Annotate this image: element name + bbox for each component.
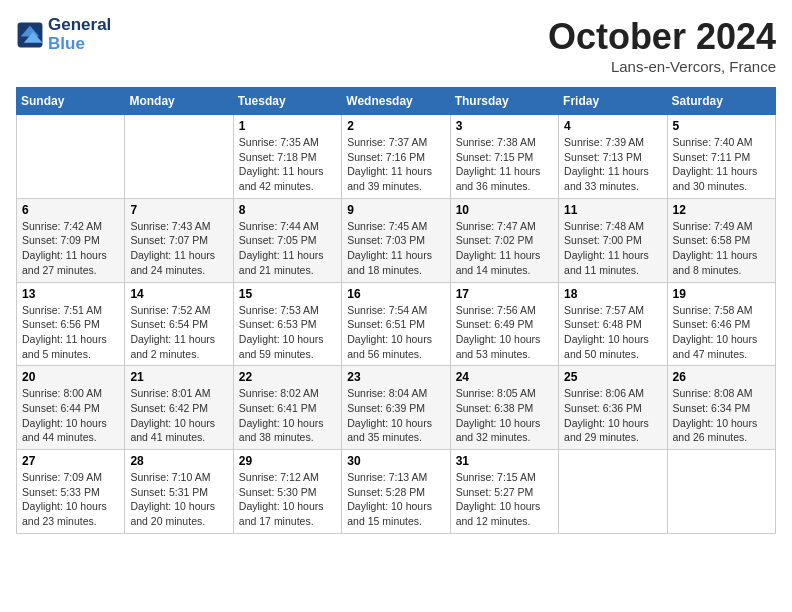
day-number: 27: [22, 454, 119, 468]
day-info: Sunrise: 7:52 AMSunset: 6:54 PMDaylight:…: [130, 303, 227, 362]
day-number: 30: [347, 454, 444, 468]
calendar-cell: 10Sunrise: 7:47 AMSunset: 7:02 PMDayligh…: [450, 198, 558, 282]
calendar-cell: [667, 450, 775, 534]
calendar-week-row: 20Sunrise: 8:00 AMSunset: 6:44 PMDayligh…: [17, 366, 776, 450]
day-info: Sunrise: 7:12 AMSunset: 5:30 PMDaylight:…: [239, 470, 336, 529]
calendar-cell: 7Sunrise: 7:43 AMSunset: 7:07 PMDaylight…: [125, 198, 233, 282]
day-number: 2: [347, 119, 444, 133]
logo-icon: [16, 21, 44, 49]
calendar-cell: 22Sunrise: 8:02 AMSunset: 6:41 PMDayligh…: [233, 366, 341, 450]
day-number: 11: [564, 203, 661, 217]
day-info: Sunrise: 8:06 AMSunset: 6:36 PMDaylight:…: [564, 386, 661, 445]
day-number: 28: [130, 454, 227, 468]
calendar-cell: 6Sunrise: 7:42 AMSunset: 7:09 PMDaylight…: [17, 198, 125, 282]
calendar-cell: 19Sunrise: 7:58 AMSunset: 6:46 PMDayligh…: [667, 282, 775, 366]
day-info: Sunrise: 7:48 AMSunset: 7:00 PMDaylight:…: [564, 219, 661, 278]
calendar-week-row: 27Sunrise: 7:09 AMSunset: 5:33 PMDayligh…: [17, 450, 776, 534]
day-info: Sunrise: 8:00 AMSunset: 6:44 PMDaylight:…: [22, 386, 119, 445]
calendar-cell: 17Sunrise: 7:56 AMSunset: 6:49 PMDayligh…: [450, 282, 558, 366]
day-number: 8: [239, 203, 336, 217]
calendar-cell: 16Sunrise: 7:54 AMSunset: 6:51 PMDayligh…: [342, 282, 450, 366]
calendar-cell: 15Sunrise: 7:53 AMSunset: 6:53 PMDayligh…: [233, 282, 341, 366]
calendar-cell: 12Sunrise: 7:49 AMSunset: 6:58 PMDayligh…: [667, 198, 775, 282]
day-number: 19: [673, 287, 770, 301]
calendar-cell: 13Sunrise: 7:51 AMSunset: 6:56 PMDayligh…: [17, 282, 125, 366]
day-number: 6: [22, 203, 119, 217]
calendar-cell: 26Sunrise: 8:08 AMSunset: 6:34 PMDayligh…: [667, 366, 775, 450]
calendar-cell: [125, 115, 233, 199]
day-number: 18: [564, 287, 661, 301]
day-number: 26: [673, 370, 770, 384]
day-number: 31: [456, 454, 553, 468]
day-header-tuesday: Tuesday: [233, 88, 341, 115]
day-info: Sunrise: 7:58 AMSunset: 6:46 PMDaylight:…: [673, 303, 770, 362]
logo-line1: General: [48, 16, 111, 35]
day-number: 1: [239, 119, 336, 133]
day-number: 10: [456, 203, 553, 217]
calendar-cell: 28Sunrise: 7:10 AMSunset: 5:31 PMDayligh…: [125, 450, 233, 534]
calendar-cell: 30Sunrise: 7:13 AMSunset: 5:28 PMDayligh…: [342, 450, 450, 534]
day-info: Sunrise: 7:15 AMSunset: 5:27 PMDaylight:…: [456, 470, 553, 529]
calendar-cell: 24Sunrise: 8:05 AMSunset: 6:38 PMDayligh…: [450, 366, 558, 450]
day-header-sunday: Sunday: [17, 88, 125, 115]
day-info: Sunrise: 8:01 AMSunset: 6:42 PMDaylight:…: [130, 386, 227, 445]
day-info: Sunrise: 7:42 AMSunset: 7:09 PMDaylight:…: [22, 219, 119, 278]
logo: General Blue: [16, 16, 111, 53]
title-block: October 2024 Lans-en-Vercors, France: [548, 16, 776, 75]
day-number: 29: [239, 454, 336, 468]
calendar-cell: 3Sunrise: 7:38 AMSunset: 7:15 PMDaylight…: [450, 115, 558, 199]
day-info: Sunrise: 7:53 AMSunset: 6:53 PMDaylight:…: [239, 303, 336, 362]
calendar-cell: 1Sunrise: 7:35 AMSunset: 7:18 PMDaylight…: [233, 115, 341, 199]
day-info: Sunrise: 7:38 AMSunset: 7:15 PMDaylight:…: [456, 135, 553, 194]
calendar-table: SundayMondayTuesdayWednesdayThursdayFrid…: [16, 87, 776, 534]
day-number: 14: [130, 287, 227, 301]
day-number: 15: [239, 287, 336, 301]
location-subtitle: Lans-en-Vercors, France: [548, 58, 776, 75]
day-info: Sunrise: 7:44 AMSunset: 7:05 PMDaylight:…: [239, 219, 336, 278]
day-info: Sunrise: 7:39 AMSunset: 7:13 PMDaylight:…: [564, 135, 661, 194]
calendar-header-row: SundayMondayTuesdayWednesdayThursdayFrid…: [17, 88, 776, 115]
day-info: Sunrise: 7:49 AMSunset: 6:58 PMDaylight:…: [673, 219, 770, 278]
day-header-wednesday: Wednesday: [342, 88, 450, 115]
day-number: 25: [564, 370, 661, 384]
day-info: Sunrise: 8:05 AMSunset: 6:38 PMDaylight:…: [456, 386, 553, 445]
day-number: 4: [564, 119, 661, 133]
calendar-cell: 29Sunrise: 7:12 AMSunset: 5:30 PMDayligh…: [233, 450, 341, 534]
day-number: 22: [239, 370, 336, 384]
day-info: Sunrise: 7:45 AMSunset: 7:03 PMDaylight:…: [347, 219, 444, 278]
calendar-cell: 2Sunrise: 7:37 AMSunset: 7:16 PMDaylight…: [342, 115, 450, 199]
calendar-cell: 9Sunrise: 7:45 AMSunset: 7:03 PMDaylight…: [342, 198, 450, 282]
calendar-cell: 23Sunrise: 8:04 AMSunset: 6:39 PMDayligh…: [342, 366, 450, 450]
calendar-cell: 11Sunrise: 7:48 AMSunset: 7:00 PMDayligh…: [559, 198, 667, 282]
day-number: 17: [456, 287, 553, 301]
day-header-thursday: Thursday: [450, 88, 558, 115]
calendar-cell: 14Sunrise: 7:52 AMSunset: 6:54 PMDayligh…: [125, 282, 233, 366]
day-info: Sunrise: 7:57 AMSunset: 6:48 PMDaylight:…: [564, 303, 661, 362]
day-header-friday: Friday: [559, 88, 667, 115]
day-info: Sunrise: 7:47 AMSunset: 7:02 PMDaylight:…: [456, 219, 553, 278]
calendar-cell: 20Sunrise: 8:00 AMSunset: 6:44 PMDayligh…: [17, 366, 125, 450]
day-number: 20: [22, 370, 119, 384]
day-info: Sunrise: 8:04 AMSunset: 6:39 PMDaylight:…: [347, 386, 444, 445]
day-info: Sunrise: 7:35 AMSunset: 7:18 PMDaylight:…: [239, 135, 336, 194]
day-number: 23: [347, 370, 444, 384]
logo-text-block: General Blue: [48, 16, 111, 53]
logo-line2: Blue: [48, 35, 111, 54]
day-info: Sunrise: 7:51 AMSunset: 6:56 PMDaylight:…: [22, 303, 119, 362]
day-info: Sunrise: 7:37 AMSunset: 7:16 PMDaylight:…: [347, 135, 444, 194]
day-info: Sunrise: 7:13 AMSunset: 5:28 PMDaylight:…: [347, 470, 444, 529]
calendar-week-row: 6Sunrise: 7:42 AMSunset: 7:09 PMDaylight…: [17, 198, 776, 282]
calendar-cell: 31Sunrise: 7:15 AMSunset: 5:27 PMDayligh…: [450, 450, 558, 534]
day-info: Sunrise: 7:54 AMSunset: 6:51 PMDaylight:…: [347, 303, 444, 362]
day-header-monday: Monday: [125, 88, 233, 115]
day-info: Sunrise: 7:56 AMSunset: 6:49 PMDaylight:…: [456, 303, 553, 362]
calendar-week-row: 1Sunrise: 7:35 AMSunset: 7:18 PMDaylight…: [17, 115, 776, 199]
day-number: 24: [456, 370, 553, 384]
day-number: 9: [347, 203, 444, 217]
day-info: Sunrise: 8:08 AMSunset: 6:34 PMDaylight:…: [673, 386, 770, 445]
day-header-saturday: Saturday: [667, 88, 775, 115]
day-number: 7: [130, 203, 227, 217]
day-info: Sunrise: 7:43 AMSunset: 7:07 PMDaylight:…: [130, 219, 227, 278]
month-year-title: October 2024: [548, 16, 776, 58]
calendar-cell: 5Sunrise: 7:40 AMSunset: 7:11 PMDaylight…: [667, 115, 775, 199]
